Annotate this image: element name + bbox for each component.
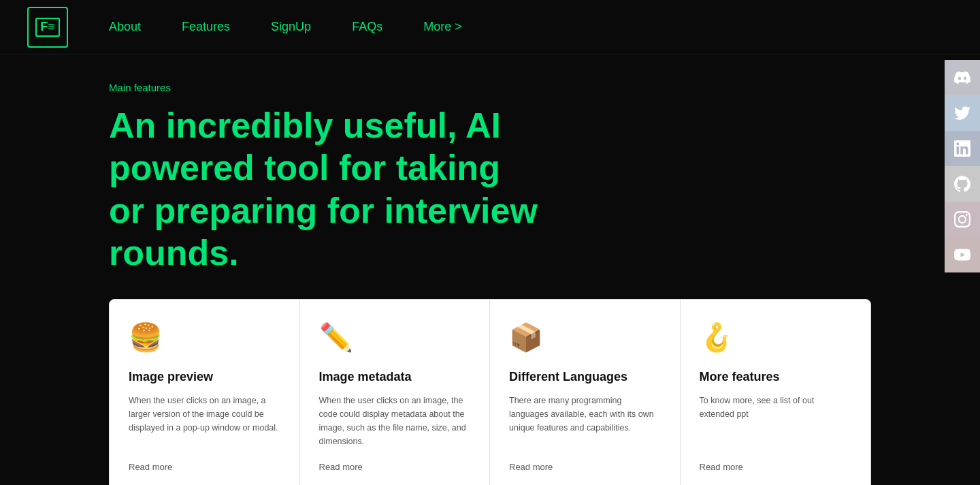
navbar: F≡ About Features SignUp FAQs More > xyxy=(0,0,980,54)
twitter-icon xyxy=(954,105,970,121)
youtube-icon xyxy=(954,247,970,263)
social-twitter-button[interactable] xyxy=(945,95,980,131)
card-image-preview: 🍔 Image preview When the user clicks on … xyxy=(110,300,300,485)
nav-features[interactable]: Features xyxy=(182,20,230,33)
card-image-metadata: ✏️ Image metadata When the user clicks o… xyxy=(300,300,491,485)
card-desc-1: When the user clicks on an image, the co… xyxy=(319,394,471,448)
social-youtube-button[interactable] xyxy=(945,237,980,272)
card-icon-burger: 🍔 xyxy=(129,322,280,354)
card-more-features: 🪝 More features To know more, see a list… xyxy=(681,300,871,485)
logo-symbol: F≡ xyxy=(40,20,55,34)
section-label: Main features xyxy=(109,82,871,93)
card-icon-pencil: ✏️ xyxy=(319,322,471,354)
card-read-more-0[interactable]: Read more xyxy=(129,462,280,472)
social-sidebar xyxy=(945,60,980,272)
linkedin-icon xyxy=(954,140,970,157)
card-title-1: Image metadata xyxy=(319,370,471,384)
social-discord-button[interactable] xyxy=(945,60,980,95)
card-title-2: Different Languages xyxy=(509,370,661,384)
discord-icon xyxy=(954,69,970,86)
nav-more[interactable]: More > xyxy=(423,20,462,33)
hero-title: An incredibly useful, AI powered tool fo… xyxy=(109,104,653,275)
card-title-0: Image preview xyxy=(129,370,280,384)
card-read-more-3[interactable]: Read more xyxy=(700,462,852,472)
github-icon xyxy=(954,176,970,192)
nav-signup[interactable]: SignUp xyxy=(271,20,311,33)
card-desc-2: There are many programming languages ava… xyxy=(509,394,661,448)
cards-container: 🍔 Image preview When the user clicks on … xyxy=(109,299,871,485)
card-icon-box: 📦 xyxy=(509,322,661,354)
social-github-button[interactable] xyxy=(945,166,980,202)
main-content: Main features An incredibly useful, AI p… xyxy=(0,54,980,485)
card-read-more-2[interactable]: Read more xyxy=(509,462,661,472)
card-desc-3: To know more, see a list of out extended… xyxy=(700,394,852,448)
social-instagram-button[interactable] xyxy=(945,202,980,237)
card-icon-hook: 🪝 xyxy=(700,322,852,354)
social-linkedin-button[interactable] xyxy=(945,131,980,166)
card-title-3: More features xyxy=(700,370,852,384)
instagram-icon xyxy=(954,211,970,228)
card-read-more-1[interactable]: Read more xyxy=(319,462,471,472)
nav-about[interactable]: About xyxy=(109,20,141,33)
logo[interactable]: F≡ xyxy=(27,7,68,48)
card-desc-0: When the user clicks on an image, a larg… xyxy=(129,394,280,448)
card-different-languages: 📦 Different Languages There are many pro… xyxy=(490,300,681,485)
nav-links: About Features SignUp FAQs More > xyxy=(109,20,462,34)
nav-faqs[interactable]: FAQs xyxy=(352,20,382,33)
